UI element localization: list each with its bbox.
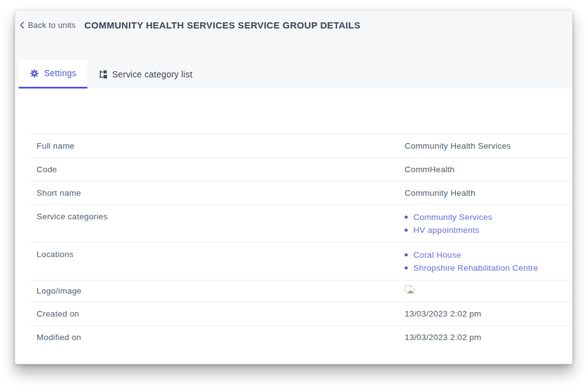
header-top: Back to units COMMUNITY HEALTH SERVICES …	[15, 11, 572, 30]
row-label: Modified on	[37, 331, 405, 343]
row-value: 13/03/2023 2:02 pm	[405, 331, 566, 343]
service-group-details-card: Back to units COMMUNITY HEALTH SERVICES …	[15, 10, 573, 364]
page-title: COMMUNITY HEALTH SERVICES SERVICE GROUP …	[84, 20, 361, 30]
table-row: Modified on13/03/2023 2:02 pm	[29, 325, 571, 349]
table-row: Created on13/03/2023 2:02 pm	[29, 302, 571, 325]
bullet-icon	[405, 266, 408, 269]
tab-bar: Settings Service category list	[19, 59, 203, 89]
bullet-icon	[405, 216, 408, 219]
list-item: Shropshire Rehabilitation Centre	[405, 261, 566, 274]
table-row: Logo/image	[29, 280, 571, 302]
row-value: Community Health	[405, 187, 566, 199]
tree-list-icon	[99, 70, 107, 79]
row-value: Community ServicesHV appointments	[405, 211, 566, 237]
row-label: Created on	[37, 308, 405, 320]
row-value: CommHealth	[405, 164, 566, 175]
tab-service-category-list-label: Service category list	[112, 69, 192, 79]
row-value: 13/03/2023 2:02 pm	[405, 308, 566, 320]
back-link-label: Back to units	[28, 20, 76, 30]
row-value: Coral HouseShropshire Rehabilitation Cen…	[405, 248, 566, 274]
item-link[interactable]: Community Services	[413, 211, 492, 224]
card-header: Back to units COMMUNITY HEALTH SERVICES …	[15, 11, 572, 89]
table-row: Full nameCommunity Health Services	[29, 134, 571, 157]
row-label: Service categories	[37, 211, 405, 237]
chevron-left-icon	[20, 22, 24, 28]
item-link[interactable]: Shropshire Rehabilitation Centre	[413, 261, 538, 274]
row-value: Community Health Services	[405, 140, 566, 152]
item-link[interactable]: Coral House	[413, 248, 461, 261]
item-link[interactable]: HV appointments	[413, 224, 480, 237]
details-table: Full nameCommunity Health ServicesCodeCo…	[29, 134, 571, 349]
back-to-units-link[interactable]: Back to units	[20, 20, 76, 30]
tab-settings-label: Settings	[44, 68, 76, 78]
bullet-icon	[405, 229, 408, 232]
list-item: Coral House	[405, 248, 566, 261]
tab-settings[interactable]: Settings	[19, 59, 87, 89]
row-label: Locations	[37, 248, 405, 274]
gear-icon	[30, 69, 39, 78]
row-label: Logo/image	[37, 285, 405, 297]
list-item: HV appointments	[405, 224, 566, 237]
bullet-icon	[405, 253, 408, 256]
row-label: Full name	[37, 140, 405, 152]
tab-service-category-list[interactable]: Service category list	[87, 59, 203, 89]
row-label: Short name	[37, 187, 405, 199]
row-label: Code	[37, 164, 405, 175]
row-value	[405, 285, 566, 297]
table-row: Service categoriesCommunity ServicesHV a…	[29, 204, 571, 242]
table-row: Short nameCommunity Health	[29, 181, 571, 204]
table-row: LocationsCoral HouseShropshire Rehabilit…	[29, 242, 571, 280]
list-item: Community Services	[405, 211, 566, 224]
table-row: CodeCommHealth	[29, 157, 571, 181]
broken-image-icon	[405, 285, 415, 294]
